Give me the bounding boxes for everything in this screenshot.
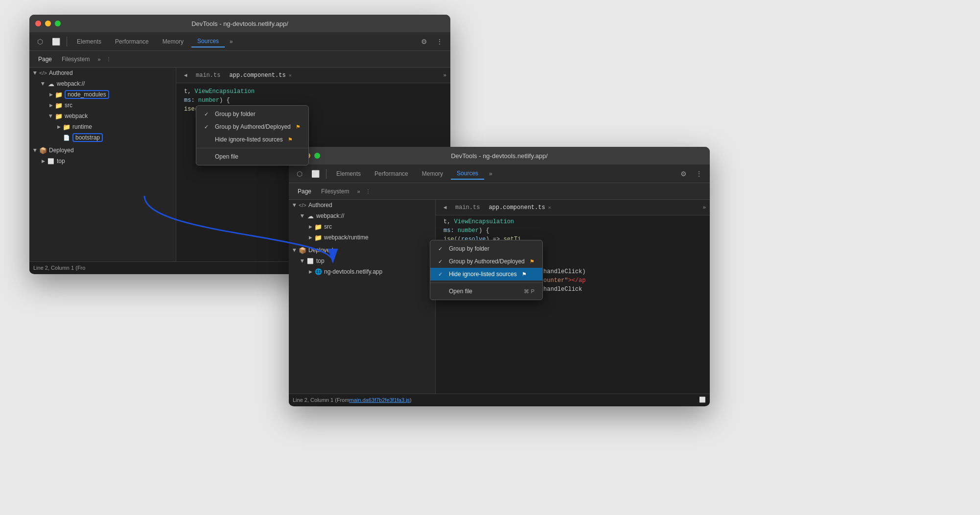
tree-top-2[interactable]: ▶ ⬜ top (289, 256, 435, 266)
code-line-1: t, ViewEncapsulation (176, 87, 450, 96)
tree-deployed-1[interactable]: ▶ 📦 Deployed (29, 145, 176, 156)
open-files-more-1[interactable]: » (443, 72, 446, 78)
open-files-more-2[interactable]: » (702, 205, 706, 211)
close-tab-icon-2[interactable]: ✕ (548, 205, 551, 211)
tab-memory-1[interactable]: Memory (157, 36, 189, 47)
cursor-icon-1[interactable]: ⬡ (33, 35, 47, 48)
tree-webpack-folder-1[interactable]: ▶ 📁 webpack (29, 111, 176, 121)
deployed-label-2: Deployed (308, 247, 333, 254)
tree-bootstrap-1[interactable]: ▶ 📄 bootstrap (29, 132, 176, 143)
context-menu-2: ✓ Group by folder ✓ Group by Authored/De… (430, 240, 543, 300)
menu-group-folder-1[interactable]: ✓ Group by folder (196, 108, 308, 120)
toolbar-sep-1 (67, 37, 67, 47)
more-icon-1[interactable]: ⋮ (433, 35, 446, 48)
tab-page-2[interactable]: Page (293, 186, 316, 197)
tree-node-modules-1[interactable]: ▶ 📁 node_modules (29, 89, 176, 100)
code-text-2: ms: number) { (176, 97, 450, 104)
inspect-icon-1[interactable]: ⬜ (49, 35, 63, 48)
toolbar-2: ⬡ ⬜ Elements Performance Memory Sources … (289, 164, 710, 183)
tab-performance-2[interactable]: Performance (369, 168, 414, 179)
sources-tabmenu-2[interactable]: ⋮ (363, 187, 373, 196)
tab-filesystem-2[interactable]: Filesystem (316, 186, 354, 197)
tab-sources-1[interactable]: Sources (191, 36, 225, 47)
menu-hide-ignore-label-1: Hide ignore-listed sources (215, 136, 283, 143)
open-file-app-component-1[interactable]: app.component.ts ✕ (225, 71, 295, 80)
top-arrow-1: ▶ (39, 157, 47, 165)
nav-back-2[interactable]: ◀ (440, 202, 450, 213)
tree-top-1[interactable]: ▶ ⬜ top (29, 156, 176, 166)
context-menu-1: ✓ Group by folder ✓ Group by Authored/De… (196, 105, 309, 165)
authored-icon-1: </> (39, 69, 47, 77)
window-controls-1 (35, 21, 61, 26)
settings-icon-1[interactable]: ⚙ (417, 35, 431, 48)
sources-tabmore-2[interactable]: » (354, 188, 363, 194)
toolbar-right-2: ⚙ ⋮ (677, 167, 706, 181)
globe-icon-2: 🌐 (314, 268, 322, 276)
tab-elements-1[interactable]: Elements (71, 36, 107, 47)
menu-group-authored-2[interactable]: ✓ Group by Authored/Deployed ⚑ (430, 255, 542, 268)
tree-authored-1[interactable]: ▶ </> Authored (29, 68, 176, 78)
tree-webpack-runtime-2[interactable]: ▶ 📁 webpack/runtime (289, 232, 435, 243)
menu-hide-ignore-1[interactable]: Hide ignore-listed sources ⚑ (196, 133, 308, 146)
src-label-1: src (65, 102, 72, 109)
menu-group-authored-label-2: Group by Authored/Deployed (449, 258, 525, 265)
sources-tabmore-1[interactable]: » (94, 56, 103, 62)
toolbar-more-1[interactable]: » (227, 36, 236, 47)
settings-icon-2[interactable]: ⚙ (677, 167, 690, 181)
check-hide-ignore-2: ✓ (438, 271, 445, 278)
app-component-label-2: app.component.ts (489, 204, 545, 211)
tree-src-2[interactable]: ▶ 📁 src (289, 221, 435, 232)
maximize-button-2[interactable] (314, 153, 320, 159)
tree-ngdevtools-2[interactable]: ▶ 🌐 ng-devtools.netlify.app (289, 266, 435, 277)
check-group-folder-1: ✓ (204, 111, 211, 117)
toolbar-more-2[interactable]: » (486, 168, 495, 179)
status-text-1: Line 2, Column 1 (Fro (33, 265, 85, 271)
status-bar-2: Line 2, Column 1 (From main.da63f7b2fe3f… (289, 394, 710, 405)
check-group-authored-1: ✓ (204, 124, 211, 130)
menu-open-file-2[interactable]: Open file ⌘ P (430, 285, 542, 298)
open-file-app-component-2[interactable]: app.component.ts ✕ (485, 203, 555, 212)
tab-page-1[interactable]: Page (33, 54, 57, 65)
nav-back-1[interactable]: ◀ (180, 70, 191, 81)
tree-webpack-1[interactable]: ▶ ☁ webpack:// (29, 78, 176, 89)
tree-src-1[interactable]: ▶ 📁 src (29, 100, 176, 111)
menu-open-file-1[interactable]: Open file (196, 150, 308, 163)
webpack-runtime-label-2: webpack/runtime (324, 234, 369, 241)
open-file-main-ts-2[interactable]: main.ts (451, 203, 484, 212)
maximize-button-1[interactable] (55, 21, 61, 26)
inspect-icon-2[interactable]: ⬜ (308, 167, 322, 181)
authored-label-1: Authored (49, 70, 73, 76)
menu-open-file-label-1: Open file (215, 153, 238, 160)
tree-runtime-1[interactable]: ▶ 📁 runtime (29, 121, 176, 132)
src-label-2: src (324, 223, 332, 230)
open-file-shortcut-2: ⌘ P (524, 288, 534, 295)
tab-performance-1[interactable]: Performance (109, 36, 155, 47)
tree-authored-2[interactable]: ▶ </> Authored (289, 200, 435, 211)
more-icon-2[interactable]: ⋮ (692, 167, 706, 181)
sources-tabmenu-1[interactable]: ⋮ (104, 54, 114, 64)
authored-icon-2: </> (299, 201, 306, 209)
deployed-icon-1: 📦 (39, 146, 47, 154)
cursor-icon-2[interactable]: ⬡ (293, 167, 306, 181)
tab-elements-2[interactable]: Elements (330, 168, 367, 179)
open-file-main-ts-1[interactable]: main.ts (192, 71, 224, 80)
menu-group-authored-1[interactable]: ✓ Group by Authored/Deployed ⚑ (196, 120, 308, 133)
tab-sources-2[interactable]: Sources (451, 168, 484, 180)
tab-memory-2[interactable]: Memory (416, 168, 449, 179)
tree-webpack-2[interactable]: ▶ ☁ webpack:// (289, 211, 435, 221)
close-button-1[interactable] (35, 21, 41, 26)
tab-filesystem-1[interactable]: Filesystem (57, 54, 94, 65)
node-modules-arrow-1: ▶ (47, 91, 55, 98)
menu-hide-ignore-2[interactable]: ✓ Hide ignore-listed sources ⚑ (430, 268, 542, 281)
status-link-2[interactable]: main.da63f7b2fe3f1fa3.js (350, 397, 410, 403)
menu-group-folder-2[interactable]: ✓ Group by folder (430, 242, 542, 255)
tree-deployed-2[interactable]: ▶ 📦 Deployed (289, 245, 435, 256)
sources-tabbar-2: Page Filesystem » ⋮ (289, 183, 710, 200)
status-text-2: Line 2, Column 1 (From (293, 397, 350, 403)
folder-icon-src-2: 📁 (314, 223, 322, 231)
folder-icon-runtime-1: 📁 (63, 123, 70, 131)
minimize-button-1[interactable] (45, 21, 51, 26)
menu-group-folder-label-2: Group by folder (449, 245, 490, 252)
close-tab-icon-1[interactable]: ✕ (289, 72, 292, 78)
window-title-1: DevTools - ng-devtools.netlify.app/ (191, 20, 288, 27)
